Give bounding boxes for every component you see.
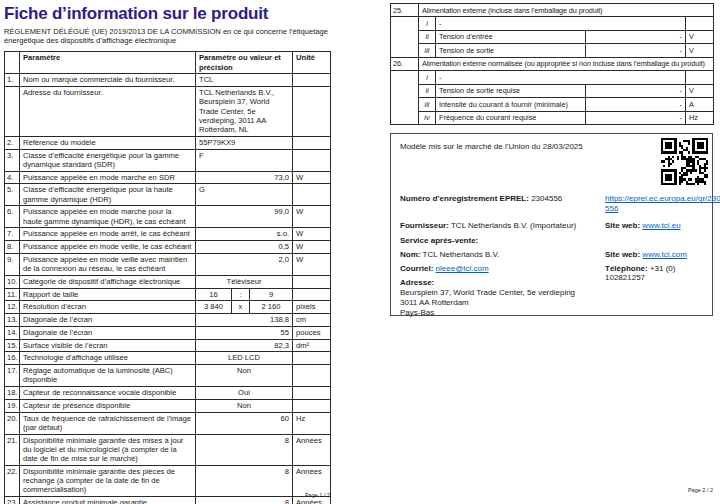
param-label: Puissance appelée en mode marche en SDR [20,171,196,184]
page-footer-left: Page 1 / 2 [4,492,330,498]
sub-row-merged-value: - [436,17,686,30]
param-unit [293,352,331,365]
param-label: Taux de fréquence de rafraîchissement de… [20,412,196,434]
name-value: TCL Netherlands B.V. [423,250,500,259]
sub-row-value: - [586,98,686,111]
sub-row: iiiIntensité du courant à fournir (minim… [391,98,714,111]
site-web-link-tcl-eu[interactable]: www.tcl.eu [642,221,680,230]
param-value: 0,5 [196,241,293,254]
param-value-part: 3 840 [196,301,232,314]
param-value: TCL Netherlands B.V., Beursplein 37, Wor… [196,87,293,137]
site-web-label-2: Site web: [605,250,640,259]
supplier-label: Fournisseur: [400,221,449,230]
eprel-link[interactable]: https://eprel.ec.europa.eu/qr/2304556 [605,194,720,214]
param-value-part: 2 160 [250,301,293,314]
right-page: 25.Alimentation externe (incluse dans l’… [390,3,713,316]
param-value: 99,0 [196,206,293,228]
param-unit: W [293,253,331,275]
sub-row-unit [686,17,714,30]
param-unit: cm [293,314,331,327]
row-number: 5. [5,184,20,206]
site-web-link-tcl-com[interactable]: www.tcl.com [642,250,686,259]
sub-row: iiiTension de sortie-V [391,44,714,57]
sub-row: i- [391,71,714,84]
param-value: 138,8 [196,314,293,327]
section-number-span [391,17,419,57]
param-label: Résolution d’écran [20,301,196,314]
row-number: 6. [5,206,20,228]
sub-row-unit: V [686,30,714,43]
param-unit [293,149,331,171]
param-label: Catégorie de dispositif d’affichage élec… [20,275,196,288]
param-value: Non [196,365,293,387]
table-row: 17.Réglage automatique de la luminosité … [5,365,331,387]
param-label: Référence du modèle [20,136,196,149]
row-number: 11. [5,288,20,301]
table-header-row: ParamètreParamètre ou valeur et précisio… [5,52,331,74]
site-web-label: Site web: [605,221,640,230]
param-unit [293,275,331,288]
param-label: Nom ou marque commerciale du fournisseur… [20,74,196,87]
sub-row-value: - [586,30,686,43]
param-label: Classe d’efficacité énergétique pour la … [20,184,196,206]
table-row: 10.Catégorie de dispositif d’affichage é… [5,275,331,288]
param-label: Technologie d’affichage utilisée [20,352,196,365]
row-number: 19. [5,399,20,412]
phone-label: Téléphone: [605,264,648,273]
table-row: 11.Rapport de taille16:9 [5,288,331,301]
sub-row: iiTension de sortie requise-V [391,84,714,97]
param-label: Réglage automatique de la luminosité (AB… [20,365,196,387]
sub-row-roman: i [419,71,436,84]
sub-row: iiTension d’entrée-V [391,30,714,43]
sub-row-unit: Hz [686,111,714,124]
sub-row-label: Tension de sortie requise [436,84,586,97]
param-value: F [196,149,293,171]
address-line: 3011 AA Rotterdam [400,298,703,308]
sub-row-roman: i [419,17,436,30]
email-row: Courriel: nleee@tcl.com Téléphone: +31 (… [400,264,703,273]
section-number: 26. [391,57,419,70]
qr-code-icon [661,138,708,185]
table-row: 7.Puissance appelée en mode arrêt, le ca… [5,228,331,241]
sub-row: ivFréquence du courant requise-Hz [391,111,714,124]
table-row: 18.Capteur de reconnaissance vocale disp… [5,387,331,400]
table-row: Adresse du fournisseur.TCL Netherlands B… [5,87,331,137]
param-label: Diagonale de l’écran [20,326,196,339]
sub-row-label: Tension d’entrée [436,30,586,43]
address-line: Beursplein 37, World Trade Center, 5e ve… [400,288,703,298]
sub-row-value: - [586,84,686,97]
param-value: 8 [196,434,293,465]
param-value: 82,3 [196,339,293,352]
row-number: 13. [5,314,20,327]
param-value: s.o. [196,228,293,241]
address-label: Adresse: [400,278,434,287]
row-number: 7. [5,228,20,241]
row-number: 12. [5,301,20,314]
param-value-separator: x [232,301,250,314]
page-footer-right: Page 2 / 2 [390,487,713,493]
row-number: 10. [5,275,20,288]
param-unit [293,288,331,301]
param-value: 55P79KX9 [196,136,293,149]
row-number: 16. [5,352,20,365]
row-number: 2. [5,136,20,149]
section-header-row: 26.Alimentation externe normalisée (ou a… [391,57,714,70]
param-label: Classe d’efficacité énergétique pour la … [20,149,196,171]
table-row: 6.Puissance appelée en mode marche pour … [5,206,331,228]
address-lines: Beursplein 37, World Trade Center, 5e ve… [400,288,703,317]
param-value-part: 16 [196,288,232,301]
param-value: 2,0 [196,253,293,275]
table-row: 9.Puissance appelée en mode veille avec … [5,253,331,275]
table-row: 5.Classe d’efficacité énergétique pour l… [5,184,331,206]
table-row: 13.Diagonale de l’écran138,8cm [5,314,331,327]
sub-row-merged-value: - [436,71,686,84]
row-number: 17. [5,365,20,387]
param-unit: pouces [293,326,331,339]
email-link[interactable]: nleee@tcl.com [436,264,489,273]
table-row: 2.Référence du modèle55P79KX9 [5,136,331,149]
param-value-separator: : [232,288,250,301]
row-number: 14. [5,326,20,339]
table-row: 4.Puissance appelée en mode marche en SD… [5,171,331,184]
row-number: 8. [5,241,20,254]
sub-row-roman: iii [419,98,436,111]
